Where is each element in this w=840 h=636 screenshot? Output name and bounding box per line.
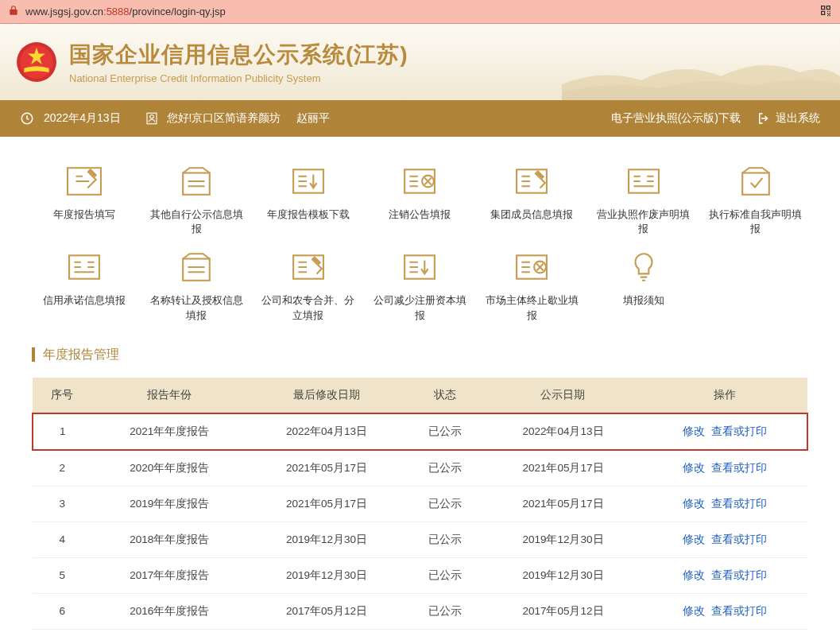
svg-rect-12 [629, 169, 659, 192]
menu-item-8[interactable]: 名称转让及授权信息填报 [144, 246, 250, 326]
user-icon [145, 111, 159, 126]
table-header-cell: 最后修改日期 [247, 378, 405, 413]
edit-link[interactable]: 修改 [683, 569, 705, 581]
table-cell-status: 已公示 [406, 413, 484, 450]
menu-icon-1 [176, 165, 217, 198]
clock-icon [20, 111, 34, 126]
table-cell-actions: 修改查看或打印 [642, 593, 807, 629]
table-header-cell: 序号 [33, 378, 91, 413]
menu-label: 年度报告填写 [53, 207, 115, 222]
table-cell-status: 已公示 [406, 450, 484, 487]
menu-icon-0 [64, 165, 105, 198]
menu-item-0[interactable]: 年度报告填写 [32, 161, 137, 240]
table-cell-published: 2019年12月30日 [484, 557, 642, 593]
username-text: 赵丽平 [296, 111, 330, 126]
svg-rect-8 [293, 169, 323, 192]
table-cell-modified: 2021年05月17日 [247, 450, 405, 487]
table-cell-published: 2021年05月17日 [484, 450, 642, 487]
table-row: 42018年年度报告2019年12月30日已公示2019年12月30日修改查看或… [33, 522, 807, 557]
table-cell-modified: 2022年04月13日 [247, 413, 405, 450]
menu-label: 执行标准自我声明填报 [706, 207, 804, 236]
menu-icon-7 [64, 250, 105, 284]
menu-item-4[interactable]: 集团成员信息填报 [479, 161, 585, 240]
menu-label: 年度报告模板下载 [267, 207, 350, 222]
view-print-link[interactable]: 查看或打印 [711, 462, 767, 474]
url-text[interactable]: www.jsgsj.gov.cn:5888/province/login-qy.… [25, 6, 226, 17]
svg-rect-9 [405, 169, 435, 192]
menu-item-7[interactable]: 信用承诺信息填报 [32, 246, 137, 326]
table-cell-status: 已公示 [406, 486, 484, 522]
table-cell-year: 2016年年度报告 [91, 593, 247, 629]
svg-rect-7 [183, 173, 210, 195]
view-print-link[interactable]: 查看或打印 [711, 569, 767, 581]
table-cell-seq: 3 [33, 486, 91, 522]
download-license-link[interactable]: 电子营业执照(公示版)下载 [611, 111, 741, 126]
table-cell-actions: 修改查看或打印 [642, 486, 807, 522]
header-background-art [562, 37, 840, 100]
table-cell-seq: 6 [33, 593, 91, 629]
table-cell-year: 2017年年度报告 [91, 557, 247, 593]
table-header-cell: 状态 [406, 378, 484, 413]
menu-item-1[interactable]: 其他自行公示信息填报 [144, 161, 250, 240]
menu-label: 集团成员信息填报 [490, 207, 573, 222]
edit-link[interactable]: 修改 [683, 533, 705, 545]
table-cell-actions: 修改查看或打印 [642, 450, 807, 487]
view-print-link[interactable]: 查看或打印 [711, 425, 767, 437]
annual-report-table: 序号报告年份最后修改日期状态公示日期操作 12021年年度报告2022年04月1… [32, 378, 808, 630]
edit-link[interactable]: 修改 [683, 498, 705, 510]
table-cell-published: 2017年05月12日 [484, 593, 642, 629]
svg-rect-13 [742, 173, 769, 195]
menu-label: 名称转让及授权信息填报 [148, 293, 246, 322]
edit-link[interactable]: 修改 [683, 462, 705, 474]
menu-item-2[interactable]: 年度报告模板下载 [255, 161, 361, 240]
edit-link[interactable]: 修改 [683, 425, 705, 437]
table-cell-seq: 4 [33, 522, 91, 557]
menu-label: 公司和农专合并、分立填报 [259, 293, 357, 322]
view-print-link[interactable]: 查看或打印 [711, 605, 767, 617]
menu-icon-2 [288, 165, 329, 198]
menu-label: 注销公告填报 [389, 207, 451, 222]
table-cell-status: 已公示 [406, 522, 484, 557]
section-header: 年度报告管理 [32, 347, 808, 363]
menu-icon-8 [176, 250, 217, 284]
edit-link[interactable]: 修改 [683, 605, 705, 617]
page-title-cn: 国家企业信用信息公示系统(江苏) [69, 40, 408, 70]
table-row: 12021年年度报告2022年04月13日已公示2022年04月13日修改查看或… [33, 413, 807, 450]
view-print-link[interactable]: 查看或打印 [711, 533, 767, 545]
menu-item-5[interactable]: 营业执照作废声明填报 [591, 161, 697, 240]
menu-item-3[interactable]: 注销公告填报 [367, 161, 473, 240]
table-cell-modified: 2019年12月30日 [247, 557, 405, 593]
section-title: 年度报告管理 [43, 347, 119, 363]
table-row: 52017年年度报告2019年12月30日已公示2019年12月30日修改查看或… [33, 557, 807, 593]
table-cell-modified: 2017年05月12日 [247, 593, 405, 629]
menu-item-12[interactable]: 填报须知 [591, 246, 697, 326]
table-cell-published: 2019年12月30日 [484, 522, 642, 557]
table-row: 32019年年度报告2021年05月17日已公示2021年05月17日修改查看或… [33, 486, 807, 522]
table-cell-published: 2022年04月13日 [484, 413, 642, 450]
greeting-text: 您好!京口区简语养颜坊 [167, 111, 281, 126]
qr-icon[interactable] [819, 4, 832, 19]
menu-item-10[interactable]: 公司减少注册资本填报 [367, 246, 473, 326]
table-cell-year: 2018年年度报告 [91, 522, 247, 557]
svg-rect-15 [183, 259, 210, 281]
menu-icon-11 [511, 250, 552, 284]
menu-icon-9 [288, 250, 329, 284]
table-cell-actions: 修改查看或打印 [642, 557, 807, 593]
logout-icon [757, 111, 771, 126]
menu-label: 信用承诺信息填报 [43, 293, 126, 308]
menu-label: 市场主体终止歇业填报 [483, 293, 581, 322]
menu-icon-10 [399, 250, 440, 284]
table-cell-seq: 2 [33, 450, 91, 487]
logout-button[interactable]: 退出系统 [757, 111, 820, 126]
menu-item-9[interactable]: 公司和农专合并、分立填报 [255, 246, 361, 326]
table-header-cell: 报告年份 [91, 378, 247, 413]
table-cell-seq: 5 [33, 557, 91, 593]
menu-label: 其他自行公示信息填报 [148, 207, 246, 236]
view-print-link[interactable]: 查看或打印 [711, 498, 767, 510]
table-cell-actions: 修改查看或打印 [642, 413, 807, 450]
svg-point-5 [149, 115, 153, 119]
menu-grid: 年度报告填写其他自行公示信息填报年度报告模板下载注销公告填报集团成员信息填报营业… [32, 161, 808, 327]
menu-icon-4 [511, 165, 552, 198]
menu-item-6[interactable]: 执行标准自我声明填报 [703, 161, 808, 240]
menu-item-11[interactable]: 市场主体终止歇业填报 [479, 246, 585, 326]
